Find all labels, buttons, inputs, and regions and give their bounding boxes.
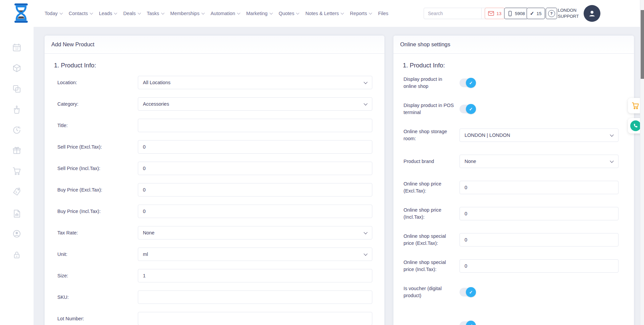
lot-number-input[interactable] [138, 312, 372, 325]
field-label: Buy Price (Excl.Tax): [57, 186, 138, 194]
toggle-knob: ✓ [466, 78, 476, 88]
menu-item-deals[interactable]: Deals [123, 11, 140, 16]
field-label: Lot Number: [57, 315, 138, 322]
chevron-down-icon [369, 11, 372, 15]
envelope-icon [488, 11, 494, 16]
scrollbar-thumb[interactable] [641, 10, 644, 79]
display-pos-terminal-toggle[interactable]: ✓ [460, 105, 475, 113]
size-input[interactable] [138, 269, 372, 282]
next-setting-toggle[interactable]: ✓ [460, 321, 475, 325]
form-row: SKU: [57, 290, 372, 304]
search-input[interactable] [424, 8, 481, 19]
price-tag-icon[interactable]: $ [12, 187, 21, 197]
title-input[interactable] [138, 119, 372, 132]
scrollbar-track[interactable] [640, 0, 644, 325]
left-sidebar: 12 $ [0, 27, 34, 325]
menu-item-today[interactable]: Today [45, 11, 62, 16]
phone-icon [633, 123, 639, 129]
sku-input[interactable] [138, 290, 372, 304]
phone-count: 5908 [515, 11, 525, 16]
calendar-icon[interactable]: 12 [12, 43, 21, 52]
menu-item-marketing[interactable]: Marketing [246, 11, 272, 16]
online-shop-form: Display product in online shop ✓ Display… [393, 76, 634, 299]
lock-icon[interactable] [12, 250, 21, 260]
form-row: Buy Price (Incl.Tax): [57, 205, 372, 218]
menu-item-leads[interactable]: Leads [99, 11, 117, 16]
form-row: Online shop special price (Excl.Tax): [404, 233, 619, 247]
product-box-icon[interactable] [12, 63, 21, 73]
check-icon: ✓ [469, 290, 473, 295]
field-label: Online shop special price (Incl.Tax): [404, 259, 460, 273]
add-new-product-card: Add New Product 1. Product Info: Locatio… [45, 36, 384, 325]
menu-item-automation[interactable]: Automation [211, 11, 240, 16]
online-shop-settings-card: Online shop settings 1. Product Info: Di… [393, 36, 634, 325]
field-label: Location: [57, 79, 138, 86]
shopping-bag-icon[interactable] [12, 105, 21, 114]
tasks-count: 15 [537, 11, 542, 16]
chevron-down-icon [269, 11, 273, 15]
duplicate-icon[interactable] [12, 84, 21, 94]
menu-item-files[interactable]: Files [378, 11, 388, 16]
menu-item-reports[interactable]: Reports [350, 11, 372, 16]
menu-item-notes-letters[interactable]: Notes & Letters [305, 11, 343, 16]
field-label: Buy Price (Incl.Tax): [57, 208, 138, 215]
sell-price-incl-input[interactable] [138, 162, 372, 175]
question-mark-icon: ? [548, 10, 555, 17]
field-label: SKU: [57, 294, 138, 301]
check-icon: ✓ [469, 80, 473, 86]
app-logo[interactable] [12, 3, 30, 23]
field-label: Tax Rate: [57, 229, 138, 236]
menu-item-tasks[interactable]: Tasks [147, 11, 164, 16]
online-price-incl-input[interactable] [460, 207, 619, 220]
online-price-excl-input[interactable] [460, 181, 619, 194]
online-special-price-excl-input[interactable] [460, 233, 619, 247]
messages-count: 13 [496, 11, 501, 16]
form-row: Tax Rate: None [57, 226, 372, 239]
toggle-knob: ✓ [466, 321, 476, 325]
sell-price-excl-input[interactable] [138, 140, 372, 154]
online-special-price-incl-input[interactable] [460, 259, 619, 273]
field-label: Online shop special price (Excl.Tax): [404, 233, 460, 247]
form-row: Product brand None [404, 154, 619, 168]
form-row: Title: [57, 119, 372, 132]
storage-room-select[interactable]: LONDON | LONDON [460, 128, 619, 142]
tasks-badge[interactable]: ✓ 15 [527, 8, 545, 19]
location-select[interactable]: All Locations [138, 76, 372, 89]
form-row: Buy Price (Excl.Tax): [57, 183, 372, 197]
cart-icon [631, 101, 640, 110]
form-row: Sell Price (Excl.Tax): [57, 140, 372, 154]
chevron-down-icon [237, 11, 240, 15]
chevron-down-icon [114, 11, 117, 15]
chevron-down-icon [90, 11, 93, 15]
cart-icon[interactable] [12, 166, 21, 176]
chevron-down-icon [364, 252, 367, 256]
product-brand-select[interactable]: None [460, 155, 619, 168]
phone-badge[interactable]: 5908 [504, 8, 528, 19]
form-row: Size: [57, 269, 372, 282]
svg-text:$: $ [15, 191, 17, 194]
history-icon[interactable] [12, 125, 21, 135]
menu-item-quotes[interactable]: Quotes [279, 11, 299, 16]
tax-rate-select[interactable]: None [138, 226, 372, 239]
gift-icon[interactable] [12, 146, 21, 155]
chevron-down-icon [364, 102, 367, 105]
avatar[interactable] [584, 5, 600, 22]
global-search [424, 8, 495, 19]
form-row: Location: All Locations [57, 76, 372, 89]
form-row: Lot Number: [57, 312, 372, 325]
messages-badge[interactable]: 13 [485, 8, 505, 19]
account-icon[interactable] [12, 229, 21, 238]
svg-text:12: 12 [15, 47, 18, 50]
is-voucher-toggle[interactable]: ✓ [460, 288, 475, 296]
form-row: Online shop storage room: LONDON | LONDO… [404, 128, 619, 142]
display-online-shop-toggle[interactable]: ✓ [460, 78, 475, 87]
buy-price-excl-input[interactable] [138, 183, 372, 197]
category-select[interactable]: Accessories [138, 97, 372, 111]
report-icon[interactable] [12, 209, 21, 218]
top-navbar: Today Contacts Leads Deals Tasks Members… [0, 0, 644, 27]
menu-item-memberships[interactable]: Memberships [170, 11, 204, 16]
unit-select[interactable]: ml [138, 248, 372, 261]
buy-price-incl-input[interactable] [138, 205, 372, 218]
help-button[interactable]: ? [546, 8, 557, 19]
menu-item-contacts[interactable]: Contacts [69, 11, 93, 16]
